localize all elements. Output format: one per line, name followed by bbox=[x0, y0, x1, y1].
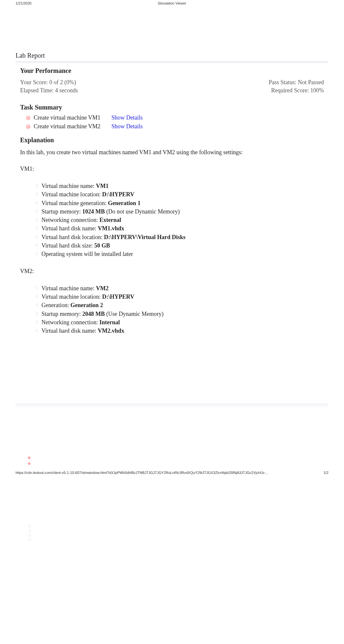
task-label: Create virtual machine VM1 bbox=[34, 114, 105, 121]
footer-page: 1/2 bbox=[324, 471, 328, 475]
item-val: VM1 bbox=[96, 183, 109, 189]
item-val: D:\HYPERV bbox=[102, 191, 134, 198]
bullet-icon bbox=[35, 320, 38, 324]
item-key: Networking connection: bbox=[41, 217, 99, 223]
score-row: Your Score: 0 of 2 (0%) Pass Status: Not… bbox=[16, 79, 328, 86]
divider bbox=[16, 61, 328, 64]
spacer bbox=[16, 335, 328, 400]
bullet-icon bbox=[28, 524, 31, 528]
show-details-link[interactable]: Show Details bbox=[111, 114, 143, 121]
item-key: Virtual machine generation: bbox=[41, 200, 108, 206]
show-details-link[interactable]: Show Details bbox=[111, 123, 143, 130]
bullet-icon bbox=[35, 303, 38, 306]
vm1-list: Virtual machine name: VM1 Virtual machin… bbox=[16, 182, 328, 258]
item-val: VM2 bbox=[96, 285, 109, 292]
item-key: Virtual machine location: bbox=[41, 191, 102, 198]
footer-area-2 bbox=[0, 476, 344, 541]
item-key: Virtual machine location: bbox=[41, 293, 102, 300]
item-key: Virtual hard disk size: bbox=[41, 242, 94, 249]
list-item: Networking connection: External bbox=[35, 216, 324, 224]
lab-report-title: Lab Report bbox=[16, 52, 328, 59]
task-item: Create virtual machine VM2 Show Details bbox=[26, 123, 324, 130]
item-key: Virtual hard disk name: bbox=[41, 225, 98, 232]
item-val: Internal bbox=[99, 319, 120, 326]
item-key: Operating system will be installed later bbox=[41, 251, 133, 257]
bullet-icon bbox=[35, 192, 38, 196]
item-key: Virtual machine name: bbox=[41, 285, 96, 292]
explanation-intro: In this lab, you create two virtual mach… bbox=[16, 149, 328, 156]
item-val: Generation 2 bbox=[70, 302, 103, 308]
task-summary-heading: Task Summary bbox=[16, 100, 328, 114]
bullet-icon bbox=[35, 235, 38, 238]
list-item: Startup memory: 1024 MB (Do not use Dyna… bbox=[35, 208, 324, 215]
list-item: Virtual machine name: VM1 bbox=[35, 182, 324, 190]
list-item: Virtual machine location: D:\HYPERV bbox=[35, 190, 324, 198]
hidden-bullets bbox=[28, 524, 328, 541]
item-key: Virtual machine name: bbox=[41, 183, 96, 189]
list-item: Virtual machine name: VM2 bbox=[35, 284, 324, 292]
item-note: (Use Dynamic Memory) bbox=[105, 311, 163, 317]
list-item: Virtual hard disk size: 50 GB bbox=[35, 242, 324, 249]
vm2-label: VM2: bbox=[16, 268, 328, 275]
bullet-icon bbox=[35, 244, 38, 247]
bullet-icon bbox=[35, 226, 38, 230]
list-item: Virtual machine generation: Generation 1 bbox=[35, 199, 324, 207]
footer-area bbox=[0, 408, 344, 465]
bullet-icon bbox=[35, 184, 38, 187]
bullet-icon bbox=[35, 329, 38, 332]
item-val: VM1.vhdx bbox=[98, 225, 124, 232]
footer-url: https://cdn.testout.com/client-v5-1-10-6… bbox=[16, 471, 268, 475]
divider bbox=[16, 403, 328, 408]
time-row: Elapsed Time: 4 seconds Required Score: … bbox=[16, 87, 328, 94]
item-val: D:\HYPERV bbox=[102, 293, 134, 300]
your-score: Your Score: 0 of 2 (0%) bbox=[20, 79, 76, 86]
fail-icon bbox=[26, 124, 30, 129]
task-label: Create virtual machine VM2 bbox=[34, 123, 105, 130]
list-item: Generation: Generation 2 bbox=[35, 301, 324, 309]
bullet-icon bbox=[28, 538, 31, 541]
elapsed-time: Elapsed Time: 4 seconds bbox=[20, 87, 78, 94]
item-val: D:\HYPERV\Virtual Hard Disks bbox=[104, 234, 186, 240]
item-val: 2048 MB bbox=[82, 311, 105, 317]
vm1-label: VM1: bbox=[16, 166, 328, 172]
header-title: Simulation Viewer bbox=[158, 1, 186, 5]
bullet-icon bbox=[28, 529, 31, 532]
item-key: Startup memory: bbox=[41, 311, 82, 317]
item-key: Virtual hard disk location: bbox=[41, 234, 104, 240]
performance-heading: Your Performance bbox=[16, 64, 328, 77]
list-item: Virtual hard disk name: VM1.vhdx bbox=[35, 224, 324, 232]
list-item: Virtual hard disk location: D:\HYPERV\Vi… bbox=[35, 233, 324, 241]
explanation-heading: Explanation bbox=[16, 133, 328, 146]
fail-icon bbox=[26, 116, 30, 120]
fail-icon bbox=[28, 456, 30, 459]
bullet-icon bbox=[35, 252, 38, 255]
bullet-icon bbox=[35, 218, 38, 221]
bullet-icon bbox=[35, 295, 38, 298]
list-item: Startup memory: 2048 MB (Use Dynamic Mem… bbox=[35, 310, 324, 318]
item-val: 50 GB bbox=[94, 242, 110, 249]
bullet-icon bbox=[35, 210, 38, 213]
item-key: Virtual hard disk name: bbox=[41, 328, 98, 334]
item-key: Startup memory: bbox=[41, 208, 82, 215]
item-val: 1024 MB bbox=[82, 208, 105, 215]
list-item: Networking connection: Internal bbox=[35, 318, 324, 326]
bullet-icon bbox=[35, 201, 38, 204]
item-key: Networking connection: bbox=[41, 319, 99, 326]
list-item: Operating system will be installed later bbox=[35, 250, 324, 258]
bullet-icon bbox=[35, 312, 38, 315]
pass-status: Pass Status: Not Passed bbox=[269, 79, 324, 86]
item-val: Generation 1 bbox=[108, 200, 141, 206]
item-key: Generation: bbox=[41, 302, 70, 308]
content: Lab Report Your Performance Your Score: … bbox=[0, 6, 344, 408]
list-item: Virtual machine location: D:\HYPERV bbox=[35, 293, 324, 301]
required-score: Required Score: 100% bbox=[271, 87, 324, 94]
task-list: Create virtual machine VM1 Show Details … bbox=[16, 114, 328, 130]
fail-icon bbox=[28, 462, 30, 465]
bullet-icon bbox=[28, 534, 31, 537]
page-header: 1/21/2020 Simulation Viewer bbox=[0, 0, 344, 6]
item-val: VM2.vhdx bbox=[98, 328, 124, 334]
item-val: External bbox=[99, 217, 121, 223]
header-date: 1/21/2020 bbox=[16, 1, 31, 5]
list-item: Virtual hard disk name: VM2.vhdx bbox=[35, 327, 324, 335]
page-footer: https://cdn.testout.com/client-v5-1-10-6… bbox=[0, 469, 344, 476]
